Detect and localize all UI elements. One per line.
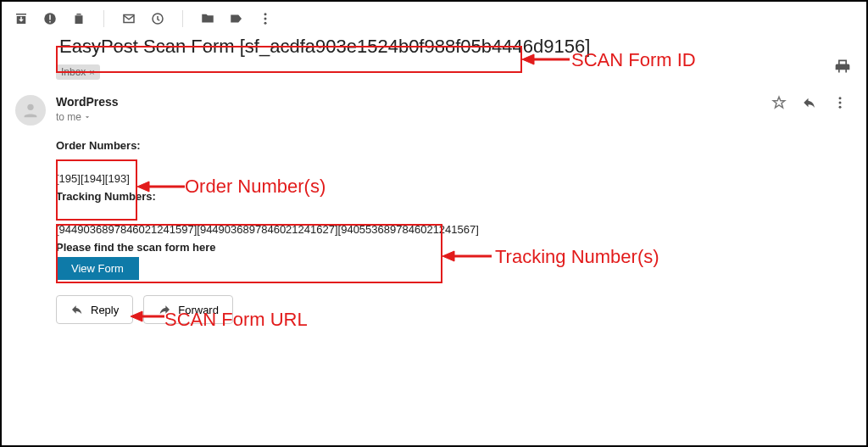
tracking-numbers-values: [9449036897846021241597][944903689784602… [56, 223, 853, 236]
forward-icon [158, 303, 171, 316]
more-icon[interactable] [258, 11, 273, 26]
spam-icon[interactable] [42, 11, 58, 26]
tracking-numbers-label: Tracking Numbers: [56, 190, 853, 203]
reply-icon[interactable] [802, 95, 817, 110]
more-icon[interactable] [832, 95, 848, 110]
close-icon[interactable]: × [89, 67, 94, 77]
inbox-label-text: Inbox [61, 66, 86, 78]
recipient-line[interactable]: to me [56, 111, 92, 123]
svg-point-5 [264, 18, 267, 20]
forward-button[interactable]: Forward [143, 295, 233, 324]
svg-point-4 [264, 13, 267, 15]
snooze-icon[interactable] [150, 11, 165, 26]
toolbar-separator [182, 10, 183, 27]
view-form-button[interactable]: View Form [56, 257, 139, 280]
move-to-icon[interactable] [200, 11, 215, 26]
recipient-text: to me [56, 111, 81, 123]
chevron-down-icon [83, 113, 92, 121]
forward-label: Forward [178, 304, 219, 316]
sender-name: WordPress [56, 95, 771, 109]
reply-label: Reply [91, 304, 119, 316]
email-toolbar [2, 2, 866, 32]
svg-point-9 [839, 102, 842, 104]
scan-form-hint: Please find the scan form here [56, 241, 853, 254]
label-icon[interactable] [229, 11, 244, 26]
archive-icon[interactable] [14, 11, 29, 26]
reply-icon [70, 303, 84, 316]
svg-point-10 [839, 106, 842, 109]
email-subject: EasyPost Scan Form [sf_acdfa903e1524b0f9… [56, 34, 593, 59]
star-icon[interactable] [771, 95, 787, 110]
svg-point-7 [27, 104, 33, 110]
order-numbers-label: Order Numbers: [56, 139, 853, 152]
delete-icon[interactable] [71, 11, 86, 26]
mark-unread-icon[interactable] [121, 11, 136, 26]
print-icon[interactable] [834, 58, 851, 78]
svg-point-6 [264, 22, 267, 25]
sender-avatar[interactable] [15, 95, 46, 126]
svg-rect-1 [49, 15, 51, 20]
inbox-label-chip[interactable]: Inbox × [56, 64, 100, 80]
email-body: Order Numbers: [195][194][193] Tracking … [2, 126, 866, 324]
svg-rect-2 [49, 21, 51, 23]
svg-point-8 [839, 97, 842, 99]
order-numbers-values: [195][194][193] [56, 172, 853, 185]
toolbar-separator [103, 10, 104, 27]
reply-button[interactable]: Reply [56, 295, 133, 324]
